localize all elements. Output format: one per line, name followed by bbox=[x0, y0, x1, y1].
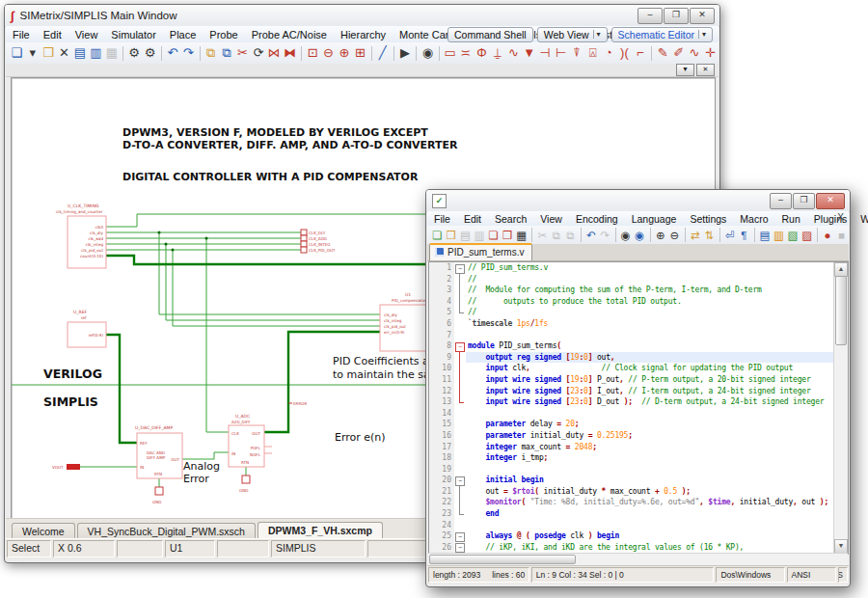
close-doc-button[interactable]: ❏ bbox=[486, 228, 501, 243]
source-button[interactable]: Φ bbox=[474, 44, 489, 62]
horizontal-scrollbar[interactable] bbox=[428, 553, 848, 565]
mirror-button[interactable]: ⋈ bbox=[266, 44, 282, 62]
macro-stop-button[interactable]: ■ bbox=[834, 228, 849, 243]
menu-simulator[interactable]: Simulator bbox=[104, 27, 162, 42]
vout-terminal[interactable]: VOUT bbox=[52, 464, 80, 470]
fold-margin[interactable]: − bbox=[454, 340, 466, 352]
menu-run[interactable]: Run bbox=[775, 211, 807, 227]
pin-button[interactable]: ⌐ bbox=[633, 44, 648, 62]
save-all-button[interactable]: ▥ bbox=[473, 228, 487, 243]
npp-minimize-button[interactable]: – bbox=[770, 193, 792, 209]
fold-margin[interactable] bbox=[454, 318, 466, 330]
gnd-symbol-1[interactable]: GND bbox=[152, 487, 163, 504]
menu-monte-carlo[interactable]: Monte Carlo bbox=[393, 27, 464, 42]
ref-block[interactable]: U_REF ref ref(0:9) bbox=[68, 310, 106, 347]
fold-margin[interactable] bbox=[454, 520, 466, 531]
fold-margin[interactable] bbox=[454, 386, 466, 397]
doc-tab-welcome[interactable]: Welcome bbox=[12, 523, 75, 539]
replace-button[interactable]: ◉ bbox=[633, 228, 647, 243]
cut-button[interactable]: ✂ bbox=[234, 44, 250, 62]
fold-margin[interactable] bbox=[454, 419, 466, 430]
zoom-out-button[interactable]: ⊖ bbox=[320, 44, 336, 62]
vertical-scroll-thumb[interactable] bbox=[835, 276, 847, 345]
fold-margin[interactable]: − bbox=[454, 262, 466, 274]
function-list-button[interactable]: ▤ bbox=[758, 228, 773, 243]
doc-map-button[interactable]: ▥ bbox=[772, 228, 786, 243]
minimize-button[interactable]: – bbox=[637, 8, 663, 24]
diff-probe-button[interactable]: ✐ bbox=[670, 44, 686, 62]
menu-macro[interactable]: Macro bbox=[733, 211, 774, 227]
fold-margin[interactable] bbox=[454, 330, 466, 341]
adc-block[interactable]: U_ADC A2D_DIFF CLK IN OUT POFL NOFL RTN bbox=[229, 414, 272, 467]
fold-margin[interactable] bbox=[454, 396, 466, 408]
copy-window-button[interactable]: ⧉ bbox=[203, 44, 218, 62]
word-wrap-button[interactable]: ⏎ bbox=[723, 228, 738, 243]
fold-margin[interactable] bbox=[454, 430, 466, 442]
menu-settings[interactable]: Settings bbox=[683, 211, 733, 227]
scroll-up-icon[interactable]: ▲ bbox=[834, 262, 848, 277]
menu-edit[interactable]: Edit bbox=[37, 27, 68, 42]
menu-systemdesigner[interactable]: SystemDesigner bbox=[585, 27, 677, 42]
doc-tab-vh-syncbuck-digital-pwm-sxsch[interactable]: VH_SyncBuck_Digital_PWM.sxsch bbox=[77, 523, 256, 539]
menu-window[interactable]: Window bbox=[854, 211, 868, 227]
gate-low-button[interactable]: ⊣ bbox=[537, 44, 553, 62]
doc-tab-dpwm3-f-vh-sxcmp[interactable]: DPWM3_F_VH.sxcmp bbox=[258, 522, 383, 539]
copy-button[interactable]: ⧉ bbox=[549, 228, 563, 243]
find-button[interactable]: ◉ bbox=[420, 44, 435, 62]
fold-margin[interactable] bbox=[454, 452, 466, 464]
simulator-settings-button[interactable]: ⚙ bbox=[142, 44, 157, 62]
npp-close-button[interactable]: ✕ bbox=[816, 193, 845, 209]
load-session-button[interactable]: ⇄ bbox=[689, 228, 703, 243]
menu-help[interactable]: Help bbox=[676, 27, 712, 42]
fold-margin[interactable] bbox=[454, 374, 466, 386]
close-button[interactable]: ✕ bbox=[690, 8, 715, 24]
fold-margin[interactable] bbox=[454, 508, 466, 520]
coupling-button[interactable]: )( bbox=[616, 44, 632, 62]
diode-button[interactable]: ▼ bbox=[522, 44, 537, 62]
menu-file[interactable]: File bbox=[427, 211, 457, 227]
waveform-button[interactable]: ∿ bbox=[687, 44, 702, 62]
menu-place[interactable]: Place bbox=[163, 27, 203, 42]
npp-maximize-button[interactable]: ❐ bbox=[793, 193, 815, 209]
notepad-titlebar[interactable]: ✓ – ❐ ✕ bbox=[426, 190, 850, 212]
zoom-in-button[interactable]: ⊕ bbox=[337, 44, 352, 62]
fold-margin[interactable] bbox=[454, 285, 466, 296]
led-button[interactable]: ⍓ bbox=[584, 44, 600, 62]
show-symbols-button[interactable]: ¶ bbox=[737, 228, 751, 243]
mdi-menu-button[interactable]: ▼ bbox=[676, 64, 694, 76]
resistor-button[interactable]: ▭ bbox=[442, 44, 457, 62]
run-button[interactable]: ▶ bbox=[397, 44, 413, 62]
new-schematic-button[interactable]: ❏ bbox=[9, 44, 24, 62]
ground-button[interactable]: ⍊ bbox=[490, 44, 505, 62]
fold-margin[interactable] bbox=[454, 363, 466, 374]
menu-view[interactable]: View bbox=[68, 27, 105, 42]
flip-button[interactable]: ⧓ bbox=[283, 44, 298, 62]
menu-view[interactable]: View bbox=[533, 211, 569, 227]
menu-file[interactable]: File bbox=[6, 27, 37, 42]
crosshair-button[interactable]: ✛ bbox=[702, 44, 718, 62]
probe-button[interactable]: ✎ bbox=[655, 44, 670, 62]
menu-probe[interactable]: Probe bbox=[203, 27, 244, 42]
fold-margin[interactable] bbox=[454, 486, 466, 498]
doc-switcher-button[interactable]: ▧ bbox=[786, 228, 800, 243]
menu-dvm[interactable]: DVM bbox=[548, 27, 584, 42]
find-button[interactable]: ◉ bbox=[619, 228, 634, 243]
print-button[interactable]: ▦ bbox=[514, 228, 529, 243]
menu-plugins[interactable]: Plugins bbox=[807, 211, 854, 227]
menu-verilog[interactable]: Verilog bbox=[464, 27, 510, 42]
close-all-button[interactable]: ❐ bbox=[501, 228, 515, 243]
menu-search[interactable]: Search bbox=[488, 211, 533, 227]
open-file-button[interactable]: ❒ bbox=[445, 228, 459, 243]
zoom-area-button[interactable]: ⊞ bbox=[352, 44, 367, 62]
paste-button[interactable]: ⧉ bbox=[563, 228, 578, 243]
zoom-in-button[interactable]: ⊕ bbox=[654, 228, 668, 243]
new-file-button[interactable]: ❏ bbox=[430, 228, 445, 243]
menu-probe-ac-noise[interactable]: Probe AC/Noise bbox=[245, 27, 334, 42]
gnd-symbol-2[interactable]: GND bbox=[239, 476, 250, 493]
fold-margin[interactable] bbox=[454, 408, 466, 420]
capacitor-button[interactable]: ≍ bbox=[458, 44, 474, 62]
redo-button[interactable]: ↷ bbox=[180, 44, 196, 62]
fold-margin[interactable]: − bbox=[454, 475, 466, 486]
fold-margin[interactable] bbox=[454, 307, 466, 318]
menu-hierarchy[interactable]: Hierarchy bbox=[334, 27, 393, 42]
